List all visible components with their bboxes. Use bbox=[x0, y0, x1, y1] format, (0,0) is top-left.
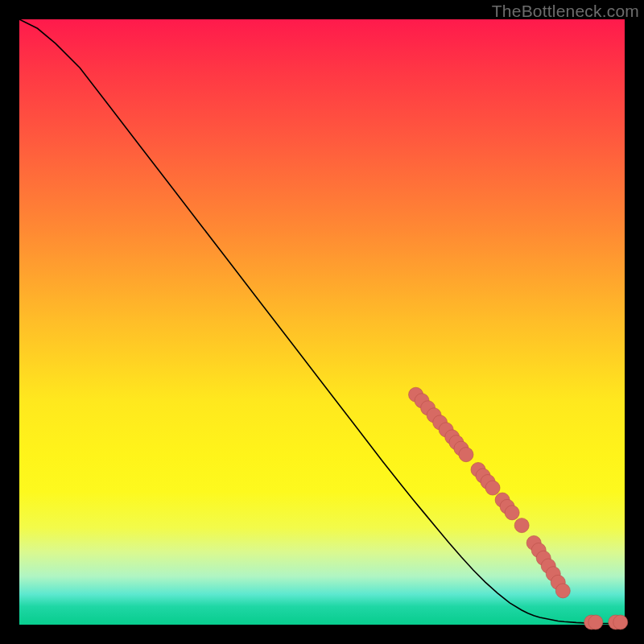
plot-area bbox=[19, 19, 625, 625]
data-marker bbox=[514, 518, 529, 533]
curve-layer bbox=[19, 19, 625, 625]
chart-frame: TheBottleneck.com bbox=[0, 0, 644, 644]
data-marker bbox=[588, 615, 603, 630]
data-marker bbox=[555, 584, 570, 598]
data-marker bbox=[459, 448, 473, 462]
data-marker bbox=[613, 615, 628, 630]
watermark-text: TheBottleneck.com bbox=[492, 2, 639, 21]
marker-group bbox=[409, 387, 628, 630]
data-marker bbox=[485, 481, 500, 495]
data-marker bbox=[505, 506, 519, 520]
bottleneck-curve bbox=[19, 19, 625, 624]
